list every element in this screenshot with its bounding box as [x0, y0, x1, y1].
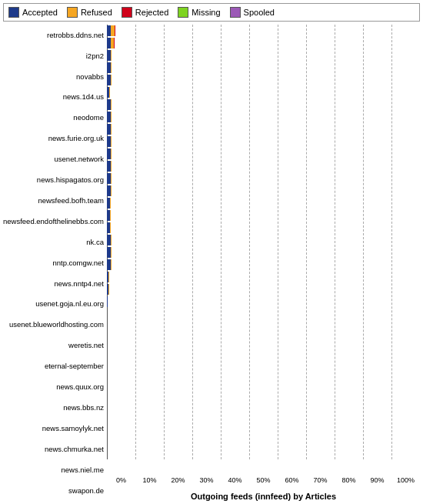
x-axis-label: 100%	[391, 476, 420, 490]
y-label: usenet.goja.nl.eu.org	[3, 300, 104, 308]
legend-spooled: Spooled	[230, 7, 275, 18]
bar-row: 6945271	[107, 185, 420, 197]
y-label: neodome	[3, 114, 104, 122]
y-label: news.bbs.nz	[3, 404, 104, 412]
y-label: i2pn2	[3, 52, 104, 60]
bars-rows: 7083644267475834706816457349398693739735…	[107, 25, 420, 308]
x-axis-label: 20%	[164, 476, 192, 490]
bar-row: 7371300	[107, 111, 420, 123]
bar-row: 67475834	[107, 37, 420, 49]
bar-row: 6053263	[107, 197, 420, 209]
bar-row: 7546280	[107, 135, 420, 148]
x-axis-label: 70%	[306, 476, 335, 490]
chart-title: Outgoing feeds (innfeed) by Articles	[107, 492, 420, 501]
bar-row: 2354156	[107, 283, 420, 295]
legend: Accepted Refused Rejected Missing Spoole…	[3, 3, 420, 22]
bar-row: 7349398	[107, 62, 420, 74]
bar-row: 6937397	[107, 74, 420, 86]
bars-area: 7083644267475834706816457349398693739735…	[107, 25, 420, 475]
bar-row: 70681645	[107, 49, 420, 62]
y-label: retrobbs.ddns.net	[3, 32, 104, 39]
legend-label-rejected: Rejected	[135, 8, 168, 17]
legend-label-accepted: Accepted	[22, 8, 58, 17]
y-label: news.nntp4.net	[3, 280, 104, 288]
y-label: news.samoylyk.net	[3, 425, 104, 432]
bar-row: 5710257	[107, 209, 420, 222]
bar-row: 7068312	[107, 98, 420, 111]
y-label: swapon.de	[3, 487, 104, 495]
y-label: weretis.net	[3, 342, 104, 349]
y-label: eternal-september	[3, 362, 104, 370]
legend-missing: Missing	[178, 7, 220, 18]
bar-row: 2411217	[107, 271, 420, 283]
x-axis-label: 80%	[335, 476, 363, 490]
bar-row: 7344272	[107, 172, 420, 185]
legend-label-spooled: Spooled	[244, 8, 275, 17]
legend-accepted: Accepted	[8, 7, 58, 18]
legend-label-refused: Refused	[81, 8, 112, 17]
legend-color-spooled	[230, 7, 241, 18]
bar-row: 70836442	[107, 25, 420, 37]
y-label: news.furie.org.uk	[3, 135, 104, 142]
bar-row: 176048	[107, 295, 420, 308]
legend-color-missing	[178, 7, 188, 18]
y-label: news.niel.me	[3, 466, 104, 474]
chart-area: retrobbs.ddns.neti2pn2novabbsnews.1d4.us…	[3, 25, 420, 501]
y-label: usenet.network	[3, 155, 104, 163]
bar-row: 6958250	[107, 234, 420, 246]
y-label: novabbs	[3, 73, 104, 81]
bar-row: 3500320	[107, 86, 420, 98]
x-axis-label: 10%	[135, 476, 164, 490]
x-axis-label: 90%	[363, 476, 391, 490]
y-label: news.1d4.us	[3, 93, 104, 101]
x-axis-label: 50%	[249, 476, 278, 490]
y-label: newsfeed.bofh.team	[3, 197, 104, 205]
y-label: newsfeed.endofthelinebbs.com	[3, 218, 104, 225]
legend-label-missing: Missing	[192, 8, 220, 17]
legend-color-accepted	[8, 7, 19, 18]
x-axis-label: 0%	[107, 476, 135, 490]
legend-color-rejected	[122, 7, 132, 18]
bar-row: 7178284	[107, 123, 420, 135]
x-axis-label: 60%	[278, 476, 306, 490]
bar-row: 7449227	[107, 246, 420, 259]
x-axis-labels: 0%10%20%30%40%50%60%70%80%90%100%	[107, 476, 420, 490]
x-axis-label: 30%	[192, 476, 221, 490]
bar-row: 7248273	[107, 160, 420, 172]
y-label: nk.ca	[3, 239, 104, 246]
y-label: usenet.blueworldhosting.com	[3, 321, 104, 329]
bar-row: 7455279	[107, 148, 420, 160]
bar-row: 7127224	[107, 259, 420, 271]
legend-refused: Refused	[67, 7, 112, 18]
y-label: news.chmurka.net	[3, 446, 104, 453]
chart-container: Accepted Refused Rejected Missing Spoole…	[0, 0, 423, 504]
x-axis-label: 40%	[221, 476, 249, 490]
y-label: news.hispagatos.org	[3, 176, 104, 184]
legend-rejected: Rejected	[122, 7, 168, 18]
y-label: nntp.comgw.net	[3, 259, 104, 267]
y-label: news.quux.org	[3, 383, 104, 391]
legend-color-refused	[67, 7, 78, 18]
y-axis-labels: retrobbs.ddns.neti2pn2novabbsnews.1d4.us…	[3, 25, 107, 501]
bar-row: 5205254	[107, 222, 420, 234]
